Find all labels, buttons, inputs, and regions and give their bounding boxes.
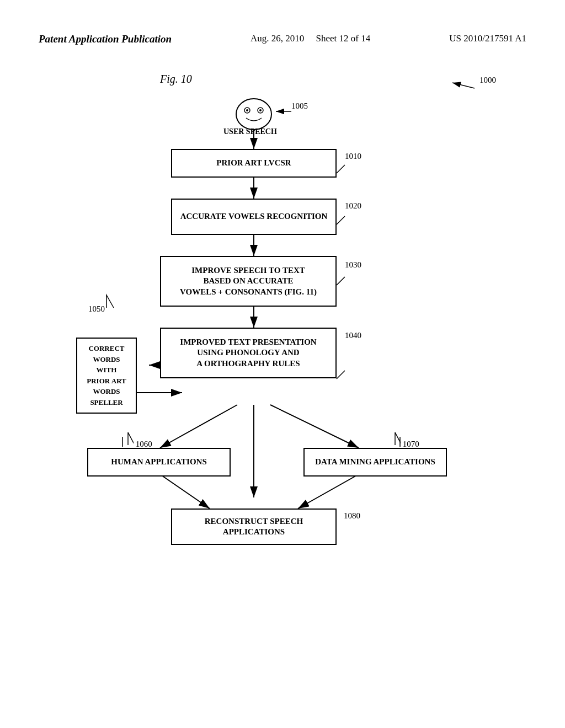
header-sheet: Sheet 12 of 14 xyxy=(316,33,371,44)
svg-line-13 xyxy=(160,405,237,448)
box-data-mining: DATA MINING APPLICATIONS xyxy=(303,448,447,477)
ref-1030: 1030 xyxy=(345,260,361,270)
ref-1000: 1000 xyxy=(479,76,496,85)
ref-1050-arrow xyxy=(98,292,115,309)
svg-point-1 xyxy=(236,99,271,130)
svg-line-20 xyxy=(337,165,345,173)
ref-1010: 1010 xyxy=(345,152,361,161)
ref-1070: 1070 xyxy=(390,431,419,449)
user-speech-label: USER SPEECH xyxy=(223,127,277,137)
box-reconstruct-speech: RECONSTRUCT SPEECH APPLICATIONS xyxy=(171,508,337,545)
svg-line-18 xyxy=(452,83,475,88)
svg-point-2 xyxy=(244,108,250,113)
box-improve-speech: IMPROVE SPEECH TO TEXT BASED ON ACCURATE… xyxy=(160,256,337,307)
ref-1070-arrow xyxy=(390,431,401,447)
box-human-applications: HUMAN APPLICATIONS xyxy=(87,448,231,477)
box-correct-words: CORRECT WORDS WITH PRIOR ART WORDS SPELL… xyxy=(76,338,137,414)
box-accurate-vowels: ACCURATE VOWELS RECOGNITION xyxy=(171,199,337,235)
ref-1040: 1040 xyxy=(345,331,361,340)
svg-line-17 xyxy=(298,474,359,508)
figure-label: Fig. 10 xyxy=(160,73,192,85)
diagram-area: Fig. 10 1000 USER SPEECH 1005 PRIOR ART … xyxy=(39,67,526,674)
svg-line-22 xyxy=(337,277,345,285)
ref-1020: 1020 xyxy=(345,201,361,211)
header-date: Aug. 26, 2010 xyxy=(250,33,304,44)
box-prior-art-lvcsr: PRIOR ART LVCSR xyxy=(171,149,337,178)
svg-line-23 xyxy=(337,371,345,379)
svg-line-16 xyxy=(160,474,210,508)
svg-point-3 xyxy=(258,108,263,113)
box-improved-text: IMPROVED TEXT PRESENTATION USING PHONOLO… xyxy=(160,328,337,378)
header-date-sheet: Aug. 26, 2010 Sheet 12 of 14 xyxy=(250,33,370,44)
svg-line-21 xyxy=(337,216,345,224)
svg-point-4 xyxy=(246,109,248,111)
svg-point-5 xyxy=(259,109,262,111)
page-header: Patent Application Publication Aug. 26, … xyxy=(39,33,526,45)
header-patent-number: US 2010/217591 A1 xyxy=(449,33,526,44)
page: Patent Application Publication Aug. 26, … xyxy=(0,0,565,728)
ref-1005: 1005 xyxy=(291,101,308,111)
ref-1060-arrow xyxy=(122,431,134,447)
header-publication-label: Patent Application Publication xyxy=(39,33,172,45)
ref-1080: 1080 xyxy=(344,511,360,521)
svg-line-15 xyxy=(270,405,359,448)
ref-1060: 1060 xyxy=(122,431,152,449)
